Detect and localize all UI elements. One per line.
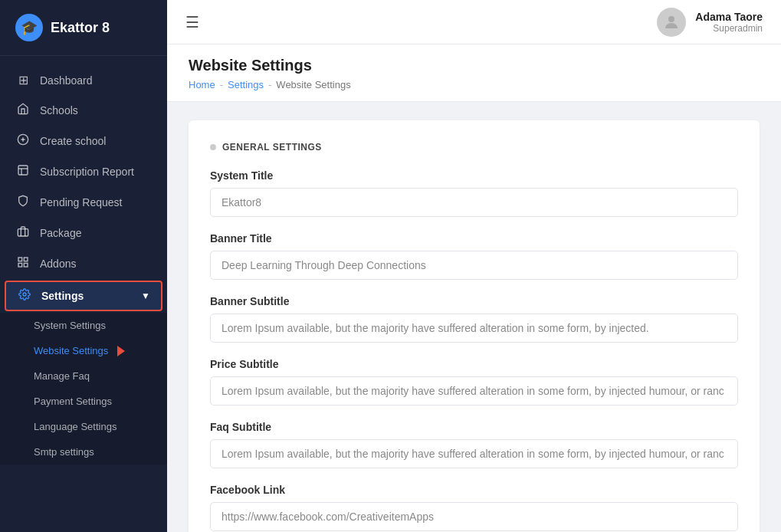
submenu-label: Language Settings xyxy=(34,421,116,432)
submenu-system-settings[interactable]: System Settings xyxy=(0,313,167,338)
sidebar-item-label: Schools xyxy=(40,104,78,117)
system-title-input[interactable] xyxy=(210,188,738,217)
sidebar-item-addons[interactable]: Addons xyxy=(0,248,167,279)
facebook-link-label: Facebook Link xyxy=(210,484,738,496)
submenu-label: Website Settings xyxy=(34,345,108,356)
sidebar-item-subscription-report[interactable]: Subscription Report xyxy=(0,156,167,187)
submenu-label: Manage Faq xyxy=(34,370,90,382)
page-header: Website Settings Home - Settings - Websi… xyxy=(167,44,781,102)
settings-submenu: System Settings Website Settings Manage … xyxy=(0,313,167,465)
svg-rect-7 xyxy=(18,258,22,261)
content-area: GENERAL SETTINGS System Title Banner Tit… xyxy=(167,102,781,532)
logo-icon: 🎓 xyxy=(15,14,43,41)
submenu-payment-settings[interactable]: Payment Settings xyxy=(0,389,167,414)
banner-title-group: Banner Title xyxy=(210,232,738,280)
sidebar-item-pending-request[interactable]: Pending Request xyxy=(0,187,167,218)
facebook-link-input[interactable] xyxy=(210,502,738,531)
breadcrumb-current: Website Settings xyxy=(276,79,350,90)
banner-subtitle-group: Banner Subtitle xyxy=(210,295,738,343)
sidebar-item-label: Addons xyxy=(40,258,76,270)
app-name: Ekattor 8 xyxy=(51,20,110,36)
pending-icon xyxy=(15,195,31,210)
user-info: Adama Taore Superadmin xyxy=(695,11,763,34)
schools-icon xyxy=(15,103,31,118)
system-title-group: System Title xyxy=(210,169,738,217)
svg-rect-9 xyxy=(18,263,22,267)
sidebar-item-create-school[interactable]: Create school xyxy=(0,126,167,156)
sidebar-item-label: Pending Request xyxy=(40,196,122,209)
facebook-link-group: Facebook Link xyxy=(210,484,738,531)
user-name: Adama Taore xyxy=(695,11,763,23)
sidebar-item-label: Settings xyxy=(41,290,84,302)
banner-subtitle-label: Banner Subtitle xyxy=(210,295,738,307)
avatar xyxy=(657,8,686,37)
section-title: GENERAL SETTINGS xyxy=(222,142,322,153)
price-subtitle-label: Price Subtitle xyxy=(210,358,738,370)
section-dot-icon xyxy=(210,144,216,150)
package-icon xyxy=(15,225,31,241)
submenu-smtp-settings[interactable]: Smtp settings xyxy=(0,439,167,465)
sidebar-item-label: Dashboard xyxy=(40,74,93,87)
sidebar-item-label: Create school xyxy=(40,135,106,147)
sidebar: 🎓 Ekattor 8 ⊞ Dashboard Schools Create s… xyxy=(0,0,167,532)
breadcrumb-home[interactable]: Home xyxy=(189,79,215,90)
svg-rect-6 xyxy=(18,229,28,236)
price-subtitle-input[interactable] xyxy=(210,376,738,406)
sidebar-item-settings[interactable]: Settings ▼ xyxy=(5,281,162,311)
settings-icon xyxy=(17,288,32,304)
faq-subtitle-label: Faq Subtitle xyxy=(210,421,738,433)
topbar-right: Adama Taore Superadmin xyxy=(657,8,763,37)
submenu-label: System Settings xyxy=(34,320,106,331)
sidebar-item-schools[interactable]: Schools xyxy=(0,95,167,126)
svg-point-12 xyxy=(668,16,674,22)
main-content: ☰ Adama Taore Superadmin Website Setting… xyxy=(167,0,781,532)
sidebar-item-label: Package xyxy=(40,227,81,239)
breadcrumb-settings[interactable]: Settings xyxy=(228,79,264,90)
banner-subtitle-input[interactable] xyxy=(210,314,738,343)
banner-title-input[interactable] xyxy=(210,251,738,280)
create-school-icon xyxy=(15,133,31,149)
sidebar-item-label: Subscription Report xyxy=(40,166,134,178)
price-subtitle-group: Price Subtitle xyxy=(210,358,738,406)
breadcrumb-sep-2: - xyxy=(268,79,271,90)
chevron-down-icon: ▼ xyxy=(141,291,150,301)
breadcrumb-sep-1: - xyxy=(220,79,223,90)
topbar: ☰ Adama Taore Superadmin xyxy=(167,0,781,44)
page-title: Website Settings xyxy=(189,57,760,74)
addons-icon xyxy=(15,256,31,271)
topbar-left: ☰ xyxy=(185,13,199,31)
user-role: Superadmin xyxy=(695,23,763,34)
submenu-label: Smtp settings xyxy=(34,446,94,458)
section-header: GENERAL SETTINGS xyxy=(210,142,738,153)
settings-card: GENERAL SETTINGS System Title Banner Tit… xyxy=(189,120,760,532)
submenu-language-settings[interactable]: Language Settings xyxy=(0,414,167,439)
faq-subtitle-input[interactable] xyxy=(210,439,738,468)
svg-rect-10 xyxy=(24,263,28,267)
banner-title-label: Banner Title xyxy=(210,232,738,245)
subscription-icon xyxy=(15,164,31,179)
svg-rect-3 xyxy=(18,166,28,175)
faq-subtitle-group: Faq Subtitle xyxy=(210,421,738,468)
dashboard-icon: ⊞ xyxy=(15,73,31,87)
system-title-label: System Title xyxy=(210,169,738,182)
sidebar-item-package[interactable]: Package xyxy=(0,218,167,248)
svg-rect-8 xyxy=(24,258,28,261)
breadcrumb: Home - Settings - Website Settings xyxy=(189,79,760,90)
active-arrow-icon xyxy=(117,346,125,356)
sidebar-nav: ⊞ Dashboard Schools Create school Subscr… xyxy=(0,56,167,532)
submenu-website-settings[interactable]: Website Settings xyxy=(0,338,167,363)
submenu-label: Payment Settings xyxy=(34,396,112,407)
svg-point-11 xyxy=(23,293,26,296)
submenu-manage-faq[interactable]: Manage Faq xyxy=(0,363,167,389)
sidebar-item-dashboard[interactable]: ⊞ Dashboard xyxy=(0,65,167,95)
logo-area[interactable]: 🎓 Ekattor 8 xyxy=(0,0,167,56)
hamburger-icon[interactable]: ☰ xyxy=(185,13,199,31)
